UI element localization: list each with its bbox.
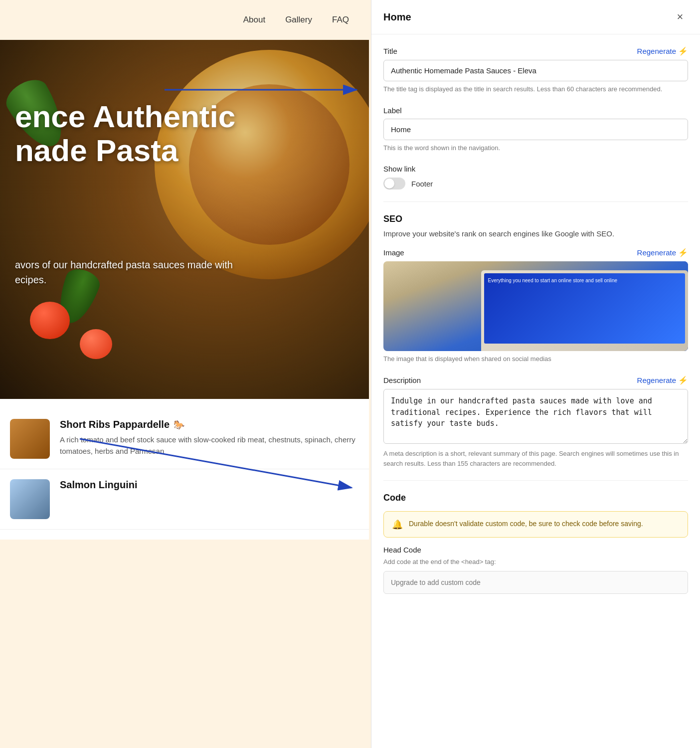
title-section: Title Regenerate ⚡ The title tag is disp… <box>383 46 688 94</box>
hero-text: ence Authentic nade Pasta avors of our h… <box>0 80 250 307</box>
title-input[interactable] <box>383 60 688 81</box>
label-section: Label This is the word shown in the navi… <box>383 106 688 153</box>
seo-section-desc: Improve your website's rank on search en… <box>383 228 688 240</box>
code-section: Code 🔔 Durable doesn't validate custom c… <box>383 493 688 594</box>
bell-icon: 🔔 <box>392 519 403 530</box>
warning-text: Durable doesn't validate custom code, be… <box>409 519 643 529</box>
label-label: Label <box>383 106 402 115</box>
seo-image-screen-text: Everything you need to start an online s… <box>488 277 618 284</box>
toggle-target-label: Footer <box>411 180 433 188</box>
code-section-title: Code <box>383 493 688 503</box>
title-hint: The title tag is displayed as the title … <box>383 84 688 94</box>
nav-about: About <box>243 15 265 25</box>
image-regenerate-button[interactable]: Regenerate ⚡ <box>637 248 688 257</box>
seo-section: SEO Improve your website's rank on searc… <box>383 214 688 468</box>
head-code-input[interactable] <box>383 571 688 594</box>
show-link-toggle[interactable] <box>383 178 405 189</box>
hero-title: ence Authentic nade Pasta <box>15 100 235 168</box>
desc-label-row: Description Regenerate ⚡ <box>383 375 688 385</box>
image-hint: The image that is displayed when shared … <box>383 354 688 364</box>
show-link-section: Show link Footer <box>383 165 688 189</box>
lightning-icon: ⚡ <box>678 46 688 56</box>
head-code-label: Head Code <box>383 546 688 554</box>
show-link-label: Show link <box>383 165 415 173</box>
svg-line-3 <box>80 439 351 488</box>
recipe-title: Short Ribs Pappardelle 🐎 <box>60 419 359 430</box>
seo-image-section: Image Regenerate ⚡ Everything you need t… <box>383 248 688 364</box>
seo-section-title: SEO <box>383 214 688 224</box>
description-input[interactable]: Indulge in our handcrafted pasta sauces … <box>383 389 688 444</box>
image-lightning-icon: ⚡ <box>678 248 688 257</box>
arrow-2 <box>75 434 359 494</box>
toggle-thumb <box>384 179 394 188</box>
panel-body: Title Regenerate ⚡ The title tag is disp… <box>371 34 700 618</box>
settings-panel: Home × Title Regenerate ⚡ The title tag … <box>371 0 700 748</box>
head-code-section: Head Code Add code at the end of the <he… <box>383 546 688 594</box>
desc-lightning-icon: ⚡ <box>678 375 688 385</box>
head-code-hint: Add code at the end of the <head> tag: <box>383 557 688 567</box>
arrow-1 <box>160 77 364 102</box>
nav-faq: FAQ <box>332 15 349 25</box>
title-regenerate-button[interactable]: Regenerate ⚡ <box>637 46 688 56</box>
recipe-thumbnail <box>10 419 50 459</box>
image-label-row: Image Regenerate ⚡ <box>383 248 688 257</box>
nav-gallery: Gallery <box>285 15 312 25</box>
website-preview: About Gallery FAQ ence Authentic nade Pa… <box>0 0 369 748</box>
panel-header: Home × <box>371 0 700 34</box>
desc-hint: A meta description is a short, relevant … <box>383 449 688 468</box>
recipe-icon: 🐎 <box>174 419 184 430</box>
desc-regenerate-button[interactable]: Regenerate ⚡ <box>637 375 688 385</box>
divider-2 <box>383 480 688 481</box>
recipe-thumbnail-2 <box>10 479 50 519</box>
image-label: Image <box>383 248 404 257</box>
label-input[interactable] <box>383 119 688 140</box>
label-hint: This is the word shown in the navigation… <box>383 143 688 153</box>
title-label: Title <box>383 47 397 55</box>
warning-box: 🔔 Durable doesn't validate custom code, … <box>383 511 688 538</box>
tomato-decoration-2 <box>80 329 112 359</box>
panel-title: Home <box>383 11 411 23</box>
seo-description-section: Description Regenerate ⚡ Indulge in our … <box>383 375 688 468</box>
desc-label: Description <box>383 376 421 384</box>
toggle-row: Footer <box>383 178 688 189</box>
seo-image-preview: Everything you need to start an online s… <box>383 261 688 351</box>
title-label-row: Title Regenerate ⚡ <box>383 46 688 56</box>
label-label-row: Label <box>383 106 688 115</box>
hero-subtitle: avors of our handcrafted pasta sauces ma… <box>15 257 235 287</box>
close-button[interactable]: × <box>672 9 688 25</box>
preview-nav: About Gallery FAQ <box>0 0 369 40</box>
divider-1 <box>383 201 688 202</box>
